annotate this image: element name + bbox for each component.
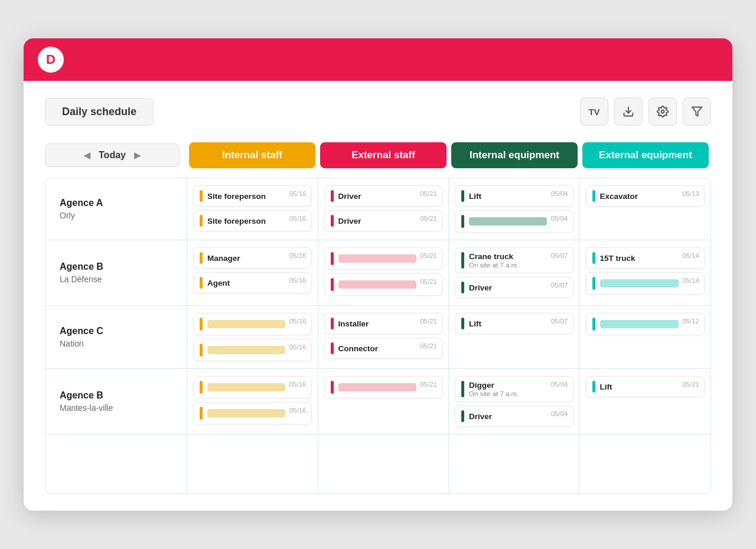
item-bar (461, 252, 464, 269)
item-bar (592, 318, 595, 331)
item-bar (200, 344, 203, 357)
list-item[interactable]: Lift 05/04 (455, 185, 573, 207)
settings-button[interactable] (649, 97, 677, 126)
item-bar (331, 278, 334, 291)
cell-external_equipment: 15T truck 05/14 05/14 (580, 240, 711, 305)
today-nav-wrapper: ◀ Today ▶ (45, 143, 187, 167)
item-bar (592, 277, 595, 290)
list-item[interactable]: Agent 05/16 (193, 272, 312, 293)
cell-internal_staff: 05/16 05/16 (187, 306, 318, 368)
item-bar (592, 381, 595, 393)
list-item[interactable]: 15T truck 05/14 (586, 247, 705, 269)
list-item[interactable]: Driver 05/21 (324, 210, 443, 231)
list-item[interactable]: 05/04 (455, 210, 573, 233)
item-placeholder (600, 279, 679, 287)
item-placeholder (469, 217, 547, 226)
list-item[interactable]: 05/16 (193, 376, 312, 398)
item-bar (200, 318, 203, 331)
cell-external_staff: Installer 05/21 Connector 05/21 (318, 306, 449, 368)
item-date: 05/04 (551, 381, 568, 388)
list-item[interactable]: 05/16 (193, 402, 312, 424)
list-item[interactable]: Driver 05/07 (455, 277, 573, 298)
list-item[interactable]: Lift 05/21 (586, 376, 705, 397)
toolbar-right: TV (580, 97, 711, 126)
item-placeholder (338, 254, 416, 263)
tv-button[interactable]: TV (580, 97, 608, 126)
item-date: 05/16 (289, 277, 307, 284)
item-date: 05/16 (289, 318, 307, 325)
item-bar (461, 282, 464, 293)
list-item[interactable]: Site foreperson 05/16 (193, 210, 312, 231)
item-date: 05/21 (420, 190, 437, 197)
download-button[interactable] (614, 97, 643, 126)
list-item[interactable]: Connector 05/21 (324, 338, 443, 359)
item-date: 05/16 (289, 381, 307, 388)
item-placeholder (207, 320, 285, 328)
cell-external_staff: Driver 05/21 Driver 05/21 (318, 178, 449, 240)
cell-internal_staff (187, 434, 318, 494)
item-date: 05/04 (551, 215, 568, 222)
item-date: 05/12 (682, 318, 699, 325)
item-bar (200, 252, 203, 264)
svg-marker-2 (692, 107, 702, 116)
item-date: 05/16 (289, 407, 307, 414)
list-item[interactable]: 05/21 (324, 247, 443, 270)
list-item[interactable]: 05/16 (193, 313, 312, 335)
prev-arrow[interactable]: ◀ (84, 151, 90, 160)
item-date: 05/16 (289, 215, 307, 222)
filter-button[interactable] (683, 97, 711, 126)
item-date: 05/21 (420, 252, 437, 259)
next-arrow[interactable]: ▶ (134, 151, 141, 160)
cell-external_equipment: Excavator 05/13 (580, 178, 711, 240)
filter-icon (691, 106, 703, 117)
item-date: 05/21 (420, 318, 437, 325)
list-item[interactable]: Lift 05/07 (455, 313, 573, 334)
item-date: 05/04 (551, 190, 568, 197)
item-bar (331, 318, 334, 329)
list-item[interactable]: 05/21 (324, 376, 443, 398)
cell-internal_equipment: Digger On site at 7 a.m. 05/04 Driver 05… (449, 369, 580, 434)
item-placeholder (207, 383, 285, 391)
list-item[interactable]: Site foreperson 05/16 (193, 185, 312, 207)
item-bar (200, 215, 203, 227)
cell-external_staff: 05/21 (318, 369, 449, 434)
table-row (45, 434, 711, 494)
today-nav[interactable]: ◀ Today ▶ (45, 143, 180, 167)
cell-internal_equipment: Lift 05/07 (449, 306, 580, 368)
list-item[interactable]: 05/14 (586, 272, 705, 295)
list-item[interactable]: Manager 05/16 (193, 247, 312, 269)
row-agency: Agence B (60, 262, 172, 272)
list-item[interactable]: 05/16 (193, 339, 312, 361)
list-item[interactable]: 05/12 (586, 313, 705, 335)
daily-schedule-button[interactable]: Daily schedule (45, 98, 154, 126)
item-date: 05/21 (420, 381, 437, 388)
col-header-external-equipment: External equipment (582, 142, 709, 168)
cell-external_equipment: 05/12 (580, 306, 711, 368)
list-item[interactable]: Driver 05/04 (455, 406, 573, 427)
item-bar (592, 252, 595, 264)
list-item[interactable]: Installer 05/21 (324, 313, 443, 334)
item-bar (461, 318, 464, 329)
row-label (45, 434, 187, 494)
item-placeholder (338, 280, 416, 289)
list-item[interactable]: Digger On site at 7 a.m. 05/04 (455, 376, 573, 402)
schedule-table: Agence AOrly Site foreperson 05/16 Site … (45, 178, 711, 494)
row-location: Nation (60, 339, 172, 348)
item-date: 05/07 (551, 318, 568, 325)
list-item[interactable]: Excavator 05/13 (586, 185, 705, 207)
row-label: Agence AOrly (45, 178, 187, 240)
col-header-internal-equipment: Internal equipment (451, 142, 578, 168)
item-date: 05/07 (551, 252, 568, 259)
item-date: 05/16 (289, 252, 307, 259)
item-placeholder (600, 320, 679, 328)
item-bar (331, 252, 334, 265)
item-date: 05/16 (289, 190, 307, 197)
item-placeholder (338, 383, 416, 391)
list-item[interactable]: 05/21 (324, 273, 443, 296)
list-item[interactable]: Driver 05/21 (324, 185, 443, 207)
list-item[interactable]: Crane truck On site at 7 a.m. 05/07 (455, 247, 573, 273)
item-date: 05/21 (420, 278, 437, 285)
col-header-external-staff: External staff (320, 142, 447, 168)
item-date: 05/07 (551, 282, 568, 289)
item-date: 05/21 (420, 342, 437, 349)
